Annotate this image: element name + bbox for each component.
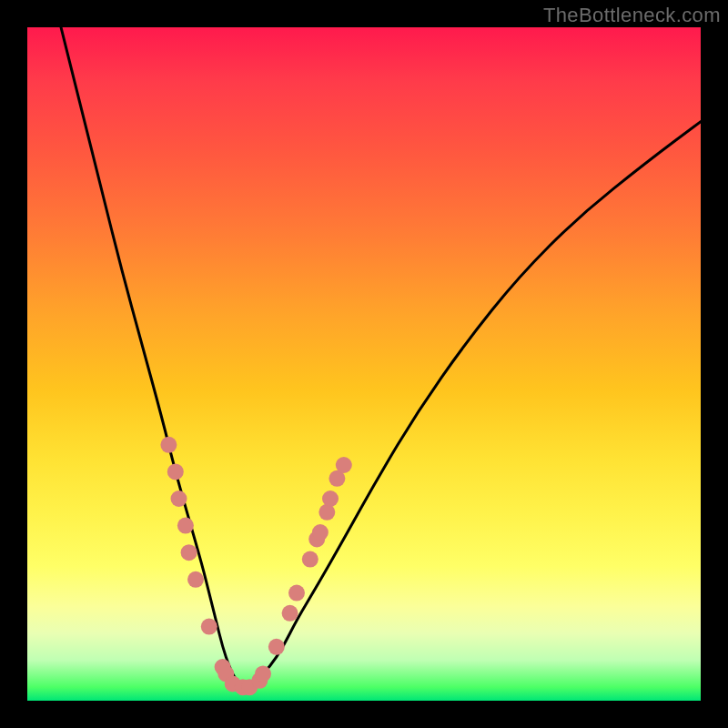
curve-marker	[181, 544, 197, 561]
curve-marker	[201, 619, 217, 635]
curve-marker	[268, 639, 285, 655]
plot-area	[27, 27, 701, 701]
curve-markers	[27, 27, 701, 701]
curve-marker	[336, 457, 352, 473]
curve-marker	[288, 585, 305, 602]
curve-marker	[322, 490, 339, 507]
curve-marker	[255, 665, 271, 682]
curve-marker	[171, 490, 187, 507]
curve-marker	[302, 551, 318, 568]
curve-marker	[187, 571, 204, 588]
curve-marker	[312, 524, 329, 541]
curve-marker	[167, 463, 184, 480]
curve-marker	[177, 518, 194, 534]
curve-marker	[160, 437, 177, 453]
watermark-text: TheBottleneck.com	[543, 4, 721, 27]
chart-frame: TheBottleneck.com	[0, 0, 728, 728]
curve-marker	[282, 605, 298, 622]
